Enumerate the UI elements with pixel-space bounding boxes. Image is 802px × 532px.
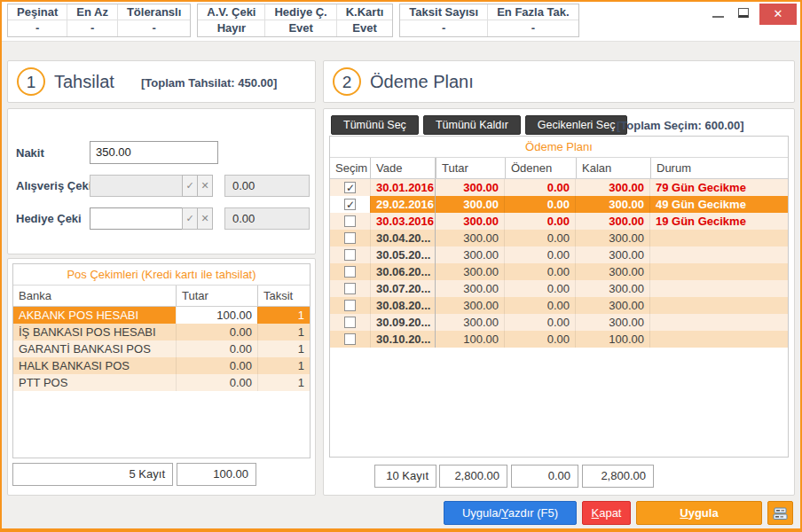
pos-cell-taksit[interactable]: 1 [257, 357, 310, 374]
plan-cell-kalan: 300.00 [576, 196, 650, 213]
pos-row[interactable]: GARANTİ BANKASI POS 0.00 1 [13, 340, 310, 357]
plan-cell-tutar: 300.00 [436, 196, 505, 213]
row-checkbox[interactable] [344, 232, 356, 244]
plan-cell-durum [650, 297, 788, 314]
row-checkbox[interactable] [344, 215, 356, 227]
plan-table: Ödeme Planı Seçim Vade Tutar Ödenen Kala… [329, 136, 789, 458]
plan-table-header: Seçim Vade Tutar Ödenen Kalan Durum [330, 158, 788, 179]
plan-row[interactable]: 30.06.20... 300.00 0.00 300.00 [330, 263, 788, 280]
pos-cell-taksit[interactable]: 1 [257, 324, 310, 340]
pos-row[interactable]: PTT POS 0.00 1 [13, 374, 310, 391]
pos-cell-tutar[interactable]: 0.00 [176, 357, 257, 374]
pos-cell-tutar[interactable]: 0.00 [176, 324, 257, 340]
select-overdue-button[interactable]: Gecikenleri Seç [525, 115, 628, 135]
maximize-icon[interactable] [738, 8, 749, 18]
minimize-icon[interactable] [712, 15, 724, 18]
plan-row[interactable]: 30.09.20... 300.00 0.00 300.00 [330, 314, 788, 331]
plan-col-kalan: Kalan [576, 158, 650, 178]
plan-row[interactable]: 30.03.2016 300.00 0.00 300.00 19 Gün Gec… [330, 213, 788, 230]
plan-cell-odenen: 0.00 [505, 179, 576, 196]
row-checkbox[interactable] [344, 199, 356, 210]
plan-row[interactable]: 30.04.20... 300.00 0.00 300.00 [330, 230, 788, 246]
alisveris-apply-button[interactable]: ✓ [182, 175, 198, 197]
pos-cell-tutar[interactable]: 0.00 [176, 340, 257, 357]
row-checkbox[interactable] [344, 283, 356, 294]
step-1-badge: 1 [17, 67, 45, 96]
pos-row[interactable]: AKBANK POS HESABI 100.00 1 [13, 307, 310, 324]
toolbar-label: Peşinat [8, 4, 67, 20]
plan-cell-secim [330, 179, 370, 196]
row-checkbox[interactable] [344, 249, 356, 261]
plan-cell-secim [330, 314, 370, 331]
plan-col-odenen: Ödenen [505, 158, 576, 178]
hediye-apply-button[interactable]: ✓ [182, 207, 198, 230]
pos-rows: AKBANK POS HESABI 100.00 1 İŞ BANKASI PO… [13, 307, 310, 391]
toolbar-value: - [8, 20, 67, 36]
pos-cell-taksit[interactable]: 1 [257, 340, 310, 357]
plan-row[interactable]: 29.02.2016 300.00 0.00 300.00 49 Gün Gec… [330, 196, 788, 213]
pos-cell-banka: HALK BANKASI POS [13, 357, 176, 374]
alisveris-ceki-input[interactable] [90, 175, 183, 197]
hediye-amount: 0.00 [224, 207, 310, 230]
pos-cell-banka: AKBANK POS HESABI [13, 307, 176, 324]
row-checkbox[interactable] [344, 182, 356, 193]
hediye-clear-button[interactable]: ✕ [197, 207, 213, 230]
toolbar-cell-avceki: A.V. Çeki Hayır [198, 4, 264, 36]
plan-footer-kalan: 2,800.00 [582, 465, 654, 488]
plan-cell-tutar: 300.00 [436, 246, 505, 263]
pos-col-tutar: Tutar [176, 286, 257, 306]
uygula-button[interactable]: Uygula [636, 501, 762, 525]
pos-cell-taksit[interactable]: 1 [257, 374, 310, 391]
plan-cell-odenen: 0.00 [505, 314, 576, 331]
label-part: apat [599, 506, 621, 520]
select-all-button[interactable]: Tümünü Seç [331, 115, 419, 135]
alisveris-clear-button[interactable]: ✕ [197, 175, 213, 197]
row-checkbox[interactable] [344, 317, 356, 328]
pos-cell-taksit[interactable]: 1 [257, 307, 310, 324]
pos-cell-tutar[interactable]: 0.00 [176, 374, 257, 391]
toolbar-group-cek-kart: A.V. Çeki Hayır Hediye Ç. Evet K.Kartı E… [197, 4, 393, 37]
toolbar-value: - [67, 20, 117, 36]
pos-cell-tutar[interactable]: 100.00 [176, 307, 257, 324]
hediye-ceki-input[interactable] [90, 207, 183, 230]
plan-cell-kalan: 300.00 [576, 263, 650, 280]
hediye-ceki-label: Hediye Çeki [16, 212, 82, 225]
plan-cell-durum [650, 280, 788, 297]
kapat-button[interactable]: Kapat [582, 501, 631, 525]
cash-register-button[interactable] [767, 501, 793, 525]
pos-footer-total: 100.00 [177, 463, 256, 486]
apply-print-button[interactable]: Uygula/Yazdır (F5) [444, 501, 577, 525]
label-part: azdır (F5) [508, 506, 558, 520]
plan-cell-kalan: 300.00 [576, 280, 650, 297]
plan-cell-kalan: 300.00 [576, 246, 650, 263]
close-button[interactable]: ✕ [759, 4, 797, 25]
plan-cell-tutar: 300.00 [436, 314, 505, 331]
toolbar-label: A.V. Çeki [198, 4, 264, 20]
row-checkbox[interactable] [344, 333, 356, 345]
pos-row[interactable]: HALK BANKASI POS 0.00 1 [13, 357, 310, 374]
row-checkbox[interactable] [344, 300, 356, 311]
plan-footer-tutar: 2,800.00 [439, 465, 507, 488]
pos-cell-banka: PTT POS [13, 374, 176, 391]
plan-cell-vade: 30.09.20... [370, 314, 436, 331]
plan-cell-odenen: 0.00 [505, 297, 576, 314]
plan-rows: 30.01.2016 300.00 0.00 300.00 79 Gün Gec… [330, 179, 788, 348]
plan-row[interactable]: 30.01.2016 300.00 0.00 300.00 79 Gün Gec… [330, 179, 788, 196]
plan-row[interactable]: 30.05.20... 300.00 0.00 300.00 [330, 246, 788, 263]
plan-col-secim: Seçim [330, 158, 370, 178]
odeme-plani-header-panel: 2 Ödeme Planı [323, 60, 795, 103]
plan-row[interactable]: 30.10.20... 100.00 0.00 100.00 [330, 331, 788, 348]
deselect-all-button[interactable]: Tümünü Kaldır [423, 115, 521, 135]
nakit-input[interactable]: 350.00 [90, 141, 218, 164]
pos-row[interactable]: İŞ BANKASI POS HESABI 0.00 1 [13, 324, 310, 340]
row-checkbox[interactable] [344, 266, 356, 278]
plan-row[interactable]: 30.08.20... 300.00 0.00 300.00 [330, 297, 788, 314]
plan-col-durum: Durum [650, 158, 788, 178]
plan-cell-secim [330, 196, 370, 213]
plan-cell-tutar: 100.00 [436, 331, 505, 348]
plan-footer-count: 10 Kayıt [374, 465, 436, 488]
checkmark-icon: ✓ [185, 213, 193, 223]
plan-cell-odenen: 0.00 [505, 230, 576, 246]
plan-row[interactable]: 30.07.20... 300.00 0.00 300.00 [330, 280, 788, 297]
plan-cell-kalan: 300.00 [576, 314, 650, 331]
